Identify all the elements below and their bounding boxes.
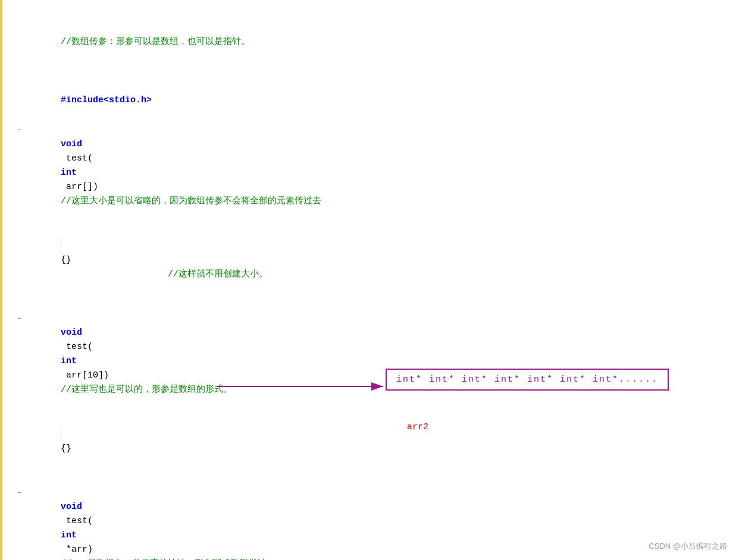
- code-container: //数组传参：形参可以是数组，也可以是指针。 #include<stdio.h>…: [0, 0, 739, 560]
- brace-2: {}: [61, 443, 71, 454]
- line-3-text: void test( int arr[]) //这里大小是可以省略的，因为数组传…: [26, 123, 739, 223]
- fn-ptr-arr: *arr): [61, 545, 93, 555]
- line-1-text: //数组传参：形参可以是数组，也可以是指针。: [26, 7, 739, 64]
- comment-1: //数组传参：形参可以是数组，也可以是指针。: [61, 37, 250, 47]
- code-line-4: {} //这样就不用创建大小。: [2, 224, 739, 297]
- comment-4: //这里写也是可以的，形参是数组的形式。: [61, 385, 232, 395]
- line-6-text: {}: [26, 413, 739, 470]
- code-line-7: − void test( int *arr) //arr是数组名，首元素的地址，…: [2, 485, 739, 560]
- kw-void-2: void: [61, 328, 82, 338]
- code-line-1: //数组传参：形参可以是数组，也可以是指针。: [2, 6, 739, 64]
- kw-int-3: int: [61, 530, 77, 540]
- gutter-3: −: [2, 123, 26, 137]
- kw-void-3: void: [61, 502, 82, 512]
- code-line-6: {}: [2, 412, 739, 471]
- preprocessor-1: #include<stdio.h>: [61, 95, 152, 105]
- fn-arr1: arr[]): [61, 182, 98, 192]
- fold-icon-3[interactable]: −: [17, 123, 21, 137]
- annotation-box: int* int* int* int* int* int* int*......: [386, 369, 669, 391]
- gutter-5: −: [2, 312, 26, 326]
- kw-void-1: void: [61, 139, 82, 149]
- gutter-7: −: [2, 486, 26, 500]
- code-line-blank2: [2, 471, 739, 485]
- line-5-text: void test( int arr[10]) //这里写也是可以的，形参是数组…: [26, 312, 739, 411]
- code-line-blank1: [2, 297, 739, 311]
- fn-test2a: test(: [61, 342, 93, 352]
- line-7-text: void test( int *arr) //arr是数组名，首元素的地址，形参…: [26, 486, 739, 560]
- comment-3: //这样就不用创建大小。: [61, 269, 268, 279]
- fn-test3a: test(: [61, 516, 93, 526]
- fn-test1: test(: [61, 153, 93, 163]
- fold-icon-7[interactable]: −: [17, 486, 21, 500]
- brace-1: {}: [61, 255, 71, 265]
- code-line-2: #include<stdio.h>: [2, 64, 739, 122]
- watermark-text: CSDN @小吕编程之路: [649, 542, 727, 550]
- watermark: CSDN @小吕编程之路: [649, 541, 727, 552]
- kw-int-1: int: [61, 168, 77, 178]
- annotation-text: int* int* int* int* int* int* int*......: [396, 375, 658, 385]
- code-line-5: − void test( int arr[10]) //这里写也是可以的，形参是…: [2, 311, 739, 412]
- line-4-text: {} //这样就不用创建大小。: [26, 224, 739, 296]
- arr2-label-text: arr2: [407, 422, 428, 432]
- code-line-3: − void test( int arr[]) //这里大小是可以省略的，因为数…: [2, 122, 739, 224]
- fold-icon-5[interactable]: −: [17, 312, 21, 326]
- fn-arr2a: arr[10]): [61, 370, 109, 380]
- line-2-text: #include<stdio.h>: [26, 65, 739, 122]
- arr2-label: arr2: [407, 422, 428, 432]
- kw-int-2: int: [61, 356, 77, 366]
- comment-2: //这里大小是可以省略的，因为数组传参不会将全部的元素传过去: [61, 196, 321, 206]
